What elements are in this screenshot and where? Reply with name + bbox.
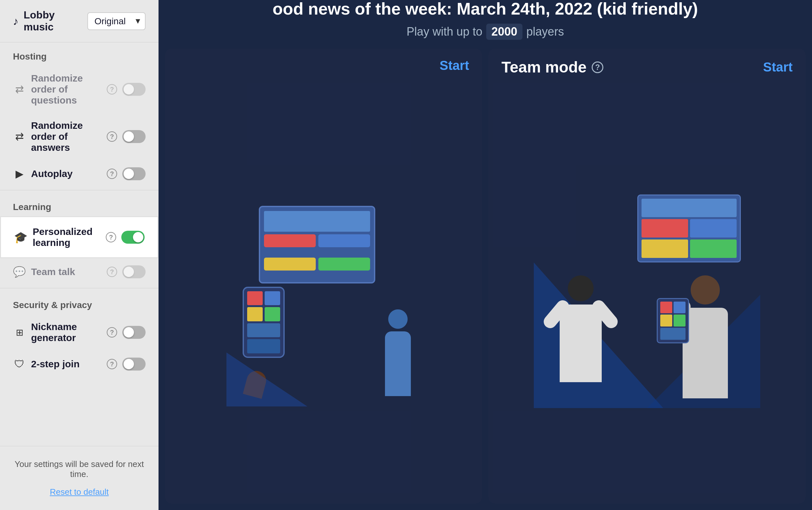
randomize-questions-row: ⇄ Randomize order of questions ? — [0, 66, 158, 113]
lobby-music-select[interactable]: Original None Classic Lo-fi — [87, 12, 146, 30]
randomize-questions-label: Randomize order of questions — [31, 73, 102, 106]
two-step-join-toggle-thumb — [123, 359, 134, 369]
team-card-image — [489, 86, 806, 504]
blue-triangle — [227, 342, 420, 406]
team-talk-label: Team talk — [31, 266, 102, 277]
graduation-icon: 🎓 — [14, 231, 28, 244]
team-card-header: Team mode ? Start — [489, 49, 806, 86]
nickname-icon: ⊞ — [13, 327, 26, 338]
two-step-join-row: 🛡 2-step join ? — [0, 350, 158, 378]
reset-to-default-link[interactable]: Reset to default — [50, 487, 109, 497]
randomize-answers-toggle-thumb — [123, 132, 134, 142]
classic-mode-card: Start — [165, 49, 482, 504]
autoplay-help-icon[interactable]: ? — [107, 169, 117, 179]
personalized-learning-row: 🎓 Personalized learning ? — [0, 216, 158, 258]
sidebar-panel: ♪ Lobby music Original None Classic Lo-f… — [0, 0, 158, 510]
two-step-join-toggle-track — [122, 358, 146, 371]
shield-icon: 🛡 — [13, 358, 26, 370]
randomize-questions-help-icon[interactable]: ? — [107, 84, 117, 94]
personalized-learning-label: Personalized learning — [33, 226, 100, 248]
team-mode-info-icon[interactable]: ? — [592, 61, 603, 73]
two-step-help-icon[interactable]: ? — [107, 359, 117, 369]
classic-illustration — [227, 180, 420, 406]
shuffle-answers-icon: ⇄ — [13, 131, 26, 143]
team-talk-row: 💬 Team talk ? — [0, 258, 158, 285]
hosting-section-header: Hosting — [0, 42, 158, 66]
randomize-answers-help-icon[interactable]: ? — [107, 132, 117, 142]
randomize-answers-row: ⇄ Randomize order of answers ? — [0, 113, 158, 160]
team-talk-help-icon[interactable]: ? — [107, 267, 117, 277]
nickname-generator-toggle[interactable] — [122, 326, 146, 339]
randomize-questions-toggle-thumb — [123, 84, 134, 94]
team-start-button[interactable]: Start — [763, 60, 792, 75]
autoplay-toggle[interactable] — [122, 167, 146, 180]
team-talk-toggle-thumb — [123, 267, 134, 277]
team-talk-toggle-track — [122, 265, 146, 278]
nickname-generator-toggle-thumb — [123, 327, 134, 338]
two-step-join-label: 2-step join — [31, 359, 102, 370]
autoplay-label: Autoplay — [31, 168, 102, 179]
team-talk-toggle[interactable] — [122, 265, 146, 278]
randomize-answers-toggle-track — [122, 130, 146, 143]
person2-silhouette — [683, 275, 728, 398]
lobby-music-label: ♪ Lobby music — [13, 9, 87, 33]
nickname-generator-label: Nickname generator — [31, 321, 102, 343]
autoplay-toggle-thumb — [123, 169, 134, 179]
team-monitor — [637, 195, 741, 262]
randomize-answers-label: Randomize order of answers — [31, 120, 102, 153]
randomize-answers-toggle[interactable] — [122, 130, 146, 143]
team-tablet — [657, 298, 689, 343]
lobby-music-row: ♪ Lobby music Original None Classic Lo-f… — [0, 0, 158, 42]
music-icon: ♪ — [13, 15, 19, 28]
shuffle-icon: ⇄ — [13, 83, 26, 95]
page-title: ood news of the week: March 24th, 2022 (… — [273, 0, 698, 19]
personalized-learning-help-icon[interactable]: ? — [106, 232, 116, 243]
two-step-join-toggle[interactable] — [122, 358, 146, 371]
classic-start-button[interactable]: Start — [440, 58, 469, 73]
randomize-questions-toggle-track — [122, 83, 146, 96]
play-icon: ▶ — [13, 168, 26, 180]
classic-card-image — [165, 83, 482, 504]
divider-1 — [0, 190, 158, 190]
header-bar: ood news of the week: March 24th, 2022 (… — [158, 0, 812, 39]
randomize-questions-toggle[interactable] — [122, 83, 146, 96]
lobby-music-dropdown-wrapper[interactable]: Original None Classic Lo-fi ▼ — [87, 12, 146, 30]
nickname-help-icon[interactable]: ? — [107, 327, 117, 338]
nickname-generator-row: ⊞ Nickname generator ? — [0, 314, 158, 350]
security-section-header: Security & privacy — [0, 291, 158, 314]
team-mode-card: Team mode ? Start — [489, 49, 806, 504]
chat-icon: 💬 — [13, 266, 26, 278]
personalized-learning-toggle[interactable] — [121, 231, 145, 244]
divider-2 — [0, 288, 158, 288]
settings-save-note: Your settings will be saved for next tim… — [13, 459, 146, 479]
autoplay-row: ▶ Autoplay ? — [0, 160, 158, 187]
autoplay-toggle-track — [122, 167, 146, 180]
team-card-title: Team mode ? — [501, 58, 603, 76]
team-illustration — [534, 181, 760, 408]
sidebar-footer: Your settings will be saved for next tim… — [0, 446, 158, 510]
person1-silhouette — [560, 275, 602, 382]
cards-area: Start — [158, 42, 812, 510]
learning-section-header: Learning — [0, 193, 158, 216]
classic-card-header: Start — [165, 49, 482, 83]
player-count-badge: 2000 — [486, 24, 522, 40]
personalized-learning-toggle-thumb — [133, 232, 143, 243]
header-subtitle: Play with up to 2000 players — [407, 24, 564, 40]
monitor-screen — [259, 206, 375, 283]
personalized-learning-toggle-track — [121, 231, 145, 244]
nickname-generator-toggle-track — [122, 326, 146, 339]
